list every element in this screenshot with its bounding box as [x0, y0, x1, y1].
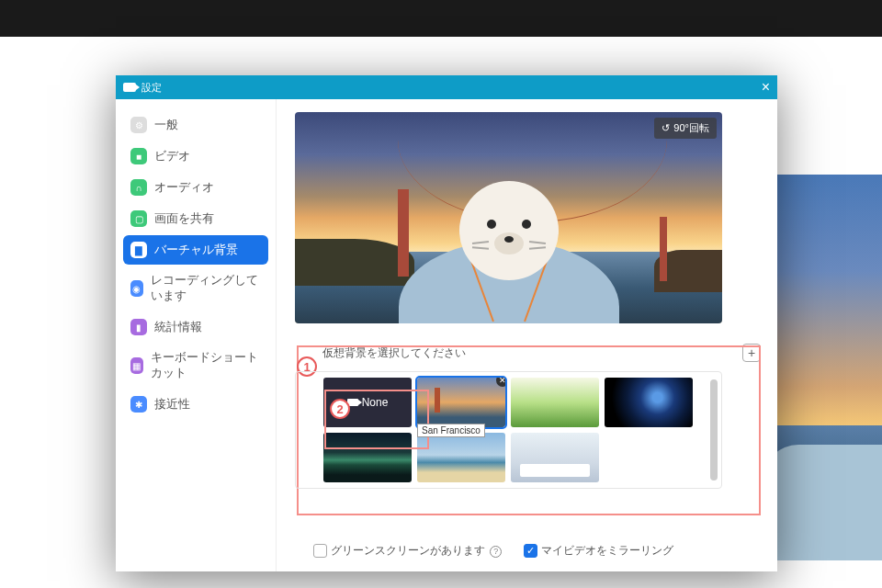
sidebar-item-label: オーディオ [154, 180, 214, 196]
sidebar-item-audio[interactable]: ∩オーディオ [123, 173, 268, 202]
thumb-golden-gate[interactable]: ✕ [417, 378, 505, 427]
thumb-beach[interactable] [417, 433, 505, 482]
sidebar-item-label: 一般 [154, 118, 178, 133]
thumb-tooltip: San Francisco [417, 424, 485, 437]
sidebar-item-general[interactable]: ⚙一般 [123, 110, 268, 140]
sidebar-item-video[interactable]: ■ビデオ [123, 141, 268, 171]
choose-background-row: 仮想背景を選択してください + [295, 344, 761, 362]
rotate-90-button[interactable]: ↺90°回転 [654, 118, 717, 139]
sidebar-item-label: キーボードショートカット [151, 350, 261, 381]
sidebar-item-share-screen[interactable]: ▢画面を共有 [123, 204, 268, 233]
green-screen-option[interactable]: グリーンスクリーンがあります ? [313, 543, 502, 559]
rotate-icon: ↺ [662, 122, 670, 134]
choose-background-label: 仮想背景を選択してください [322, 345, 466, 361]
annotation-marker-2: 2 [330, 399, 350, 419]
window-title: 設定 [141, 81, 162, 95]
stats-icon: ▮ [130, 319, 147, 335]
thumb-scrollbar[interactable] [710, 379, 718, 481]
checkbox-checked-icon: ✓ [524, 544, 537, 558]
thumb-earth[interactable] [605, 378, 693, 427]
background-thumbnail-list: None ✕ San Francisco [295, 371, 722, 489]
titlebar: 設定 × [116, 75, 777, 99]
share-screen-icon: ▢ [130, 210, 147, 227]
record-icon: ◉ [130, 280, 143, 297]
sidebar-item-label: 接近性 [154, 397, 190, 413]
thumb-office[interactable] [511, 433, 599, 482]
delete-thumb-icon[interactable]: ✕ [496, 378, 505, 387]
checkbox-unchecked-icon [313, 544, 327, 558]
page-dark-strip [0, 0, 882, 37]
video-preview: ↺90°回転 [295, 112, 722, 323]
sidebar-item-label: ビデオ [154, 149, 190, 164]
settings-window: 設定 × ⚙一般 ■ビデオ ∩オーディオ ▢画面を共有 ▇バーチャル背景 ◉レコ… [116, 75, 777, 571]
mirror-video-option[interactable]: ✓マイビデオをミラーリング [524, 543, 673, 559]
face-sticker [459, 181, 559, 280]
person-icon: ▇ [130, 242, 147, 258]
video-icon: ■ [130, 148, 147, 164]
sidebar-item-keyboard-shortcuts[interactable]: ▦キーボードショートカット [123, 344, 268, 388]
settings-main-panel: ↺90°回転 1 2 仮想背景を選択してください + None ✕ San Fr… [277, 99, 777, 571]
accessibility-icon: ✱ [130, 396, 147, 413]
app-icon [123, 83, 136, 92]
sidebar-item-recording[interactable]: ◉レコーディングしています [123, 266, 268, 311]
sidebar-item-label: バーチャル背景 [154, 243, 238, 258]
headphones-icon: ∩ [130, 179, 147, 196]
background-photo-partial [763, 175, 882, 560]
gear-icon: ⚙ [130, 117, 147, 133]
settings-sidebar: ⚙一般 ■ビデオ ∩オーディオ ▢画面を共有 ▇バーチャル背景 ◉レコーディング… [116, 99, 277, 571]
help-icon[interactable]: ? [490, 546, 502, 558]
sidebar-item-accessibility[interactable]: ✱接近性 [123, 390, 268, 419]
close-icon[interactable]: × [762, 80, 770, 95]
thumb-aurora[interactable] [323, 433, 412, 482]
keyboard-icon: ▦ [130, 357, 143, 374]
sidebar-item-virtual-background[interactable]: ▇バーチャル背景 [123, 235, 268, 265]
sidebar-item-statistics[interactable]: ▮統計情報 [123, 312, 268, 342]
sidebar-item-label: レコーディングしています [151, 273, 261, 304]
sidebar-item-label: 統計情報 [154, 320, 202, 335]
thumb-grass[interactable] [511, 378, 599, 427]
footer-options: グリーンスクリーンがあります ? ✓マイビデオをミラーリング [295, 543, 761, 559]
add-background-button[interactable]: + [742, 344, 761, 362]
sidebar-item-label: 画面を共有 [154, 211, 214, 227]
